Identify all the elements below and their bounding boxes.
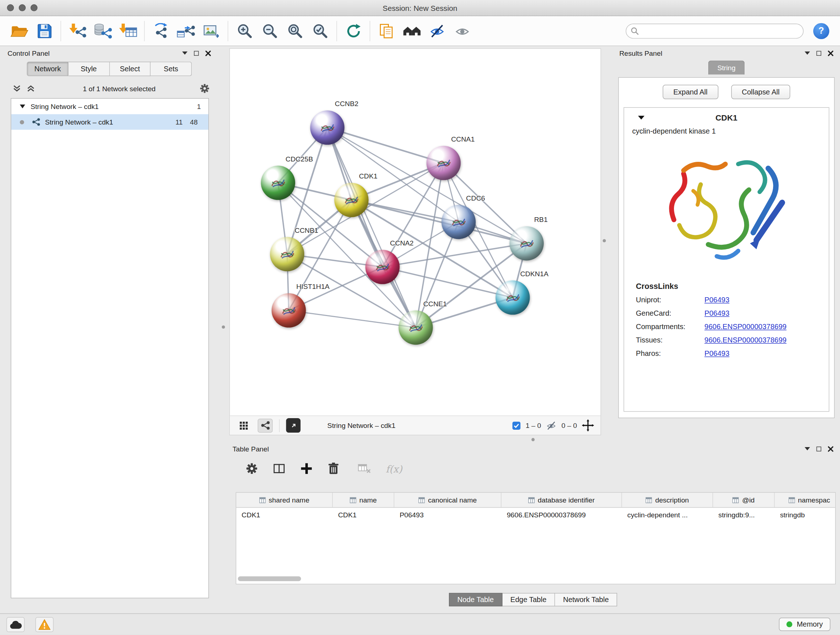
cloud-status-icon[interactable] bbox=[6, 617, 25, 632]
column-header-database-identifier[interactable]: database identifier bbox=[501, 493, 622, 507]
tab-select[interactable]: Select bbox=[110, 62, 151, 76]
table-options-gear-icon[interactable] bbox=[245, 462, 258, 475]
graphics-details-icon[interactable] bbox=[257, 418, 272, 432]
import-table-from-file-icon[interactable] bbox=[115, 19, 141, 43]
network-tools-icon[interactable] bbox=[148, 19, 174, 43]
copy-document-icon[interactable] bbox=[374, 19, 399, 43]
edge-CCNB2-CCNA1[interactable] bbox=[327, 127, 444, 163]
right-splitter-handle[interactable] bbox=[603, 239, 606, 242]
protein-section-header[interactable]: CDK1 bbox=[624, 108, 829, 127]
zoom-in-icon[interactable] bbox=[232, 19, 257, 43]
panel-float-icon[interactable] bbox=[816, 51, 821, 55]
zoom-selected-icon[interactable] bbox=[308, 19, 333, 43]
crosslink-value-link[interactable]: P06493 bbox=[704, 309, 729, 317]
network-canvas[interactable]: CCNB2 CCNA1 CDC25B CDK1 CDC6 RB1 CCNB1 C… bbox=[230, 49, 600, 416]
edge-HIST1H1A-CCNE1[interactable] bbox=[289, 310, 416, 327]
edge-CCNB2-CCNE1[interactable] bbox=[327, 127, 416, 327]
panel-close-icon[interactable] bbox=[828, 446, 834, 451]
tab-sets[interactable]: Sets bbox=[150, 62, 192, 76]
apply-layout-icon[interactable] bbox=[341, 19, 366, 43]
network-node-CCNB1[interactable] bbox=[270, 237, 304, 272]
network-options-gear-icon[interactable] bbox=[199, 83, 210, 94]
network-node-CDK1[interactable] bbox=[334, 183, 369, 217]
tab-edge-table[interactable]: Edge Table bbox=[502, 593, 555, 606]
network-collection-row[interactable]: String Network – cdk1 1 bbox=[11, 98, 208, 114]
network-node-CDKN1A[interactable] bbox=[496, 280, 530, 315]
panel-float-icon[interactable] bbox=[816, 447, 821, 451]
node-label-CDC25B: CDC25B bbox=[286, 155, 313, 163]
bottom-splitter-handle[interactable] bbox=[531, 438, 535, 441]
save-session-icon[interactable] bbox=[32, 19, 57, 43]
network-node-CCNB2[interactable] bbox=[310, 111, 344, 145]
table-row[interactable]: CDK1CDK1P064939606.ENSP00000378699cyclin… bbox=[236, 508, 835, 522]
search-input[interactable] bbox=[626, 23, 804, 38]
table-horizontal-scrollbar[interactable] bbox=[238, 576, 302, 581]
import-network-from-file-icon[interactable] bbox=[65, 19, 90, 43]
add-column-icon[interactable] bbox=[300, 462, 313, 475]
column-header-description[interactable]: description bbox=[622, 493, 713, 507]
tab-style[interactable]: Style bbox=[68, 62, 110, 76]
pan-move-icon[interactable] bbox=[582, 419, 594, 432]
crosslink-value-link[interactable]: 9606.ENSP00000378699 bbox=[704, 336, 786, 344]
network-node-RB1[interactable] bbox=[509, 226, 544, 261]
panel-close-icon[interactable] bbox=[205, 50, 211, 56]
home-views-icon[interactable] bbox=[399, 19, 424, 43]
panel-float-icon[interactable] bbox=[194, 51, 199, 55]
collection-expand-icon[interactable] bbox=[20, 105, 25, 108]
network-node-CCNE1[interactable] bbox=[399, 310, 433, 345]
hide-selected-icon[interactable] bbox=[424, 19, 450, 43]
network-row[interactable]: String Network – cdk1 11 48 bbox=[11, 114, 208, 130]
tab-node-table[interactable]: Node Table bbox=[448, 593, 502, 606]
help-icon[interactable]: ? bbox=[813, 23, 829, 39]
warning-icon[interactable] bbox=[35, 617, 54, 632]
panel-close-icon[interactable] bbox=[828, 50, 834, 56]
show-columns-icon[interactable] bbox=[273, 463, 286, 475]
expand-all-icon[interactable] bbox=[27, 85, 35, 92]
panel-menu-icon[interactable] bbox=[805, 447, 810, 450]
node-table: shared name name canonical name database… bbox=[236, 492, 836, 584]
open-in-window-icon[interactable] bbox=[286, 418, 301, 432]
crosslink-row: Tissues:9606.ENSP00000378699 bbox=[636, 336, 829, 344]
crosslink-value-link[interactable]: P06493 bbox=[704, 350, 729, 358]
left-splitter-handle[interactable] bbox=[222, 325, 225, 329]
birds-eye-view-icon[interactable] bbox=[236, 418, 251, 432]
network-node-CCNA1[interactable] bbox=[426, 146, 461, 180]
tab-network-table[interactable]: Network Table bbox=[555, 593, 617, 606]
fit-content-icon[interactable] bbox=[282, 19, 308, 43]
panel-menu-icon[interactable] bbox=[182, 51, 187, 55]
panel-menu-icon[interactable] bbox=[805, 51, 810, 55]
edge-CDK1-RB1[interactable] bbox=[351, 200, 526, 243]
tab-network[interactable]: Network bbox=[27, 62, 68, 76]
network-label: String Network – cdk1 bbox=[45, 118, 113, 126]
hidden-eye-icon[interactable] bbox=[546, 421, 557, 431]
import-network-from-database-icon[interactable] bbox=[90, 19, 115, 43]
zoom-out-icon[interactable] bbox=[257, 19, 283, 43]
collapse-all-button[interactable]: Collapse All bbox=[731, 85, 790, 99]
delete-table-icon[interactable] bbox=[357, 463, 371, 475]
new-network-from-table-icon[interactable] bbox=[174, 19, 199, 43]
network-node-CCNA2[interactable] bbox=[365, 250, 400, 284]
show-all-icon[interactable] bbox=[449, 19, 475, 43]
collapse-all-icon[interactable] bbox=[13, 85, 21, 92]
column-header--id[interactable]: @id bbox=[713, 493, 775, 507]
crosslink-value-link[interactable]: 9606.ENSP00000378699 bbox=[704, 323, 786, 331]
memory-button[interactable]: Memory bbox=[779, 618, 831, 631]
column-header-shared-name[interactable]: shared name bbox=[236, 493, 333, 507]
network-node-HIST1H1A[interactable] bbox=[272, 293, 306, 328]
column-header-namespac[interactable]: namespac bbox=[775, 493, 836, 507]
crosslink-value-link[interactable]: P06493 bbox=[704, 296, 729, 304]
column-header-name[interactable]: name bbox=[333, 493, 394, 507]
crosslink-label: Uniprot: bbox=[636, 296, 705, 304]
column-header-canonical-name[interactable]: canonical name bbox=[394, 493, 501, 507]
open-session-icon[interactable] bbox=[6, 19, 32, 43]
selected-checkbox-icon[interactable] bbox=[512, 421, 521, 430]
tab-string[interactable]: String bbox=[708, 60, 745, 74]
node-label-CDKN1A: CDKN1A bbox=[520, 270, 548, 278]
network-node-CDC25B[interactable] bbox=[261, 166, 295, 200]
expand-all-button[interactable]: Expand All bbox=[663, 85, 718, 99]
edge-CCNA2-CDKN1A[interactable] bbox=[382, 267, 513, 297]
export-image-icon[interactable] bbox=[199, 19, 224, 43]
delete-column-icon[interactable] bbox=[327, 462, 340, 475]
function-builder-icon[interactable]: f(x) bbox=[386, 463, 402, 474]
network-node-CDC6[interactable] bbox=[441, 205, 476, 239]
